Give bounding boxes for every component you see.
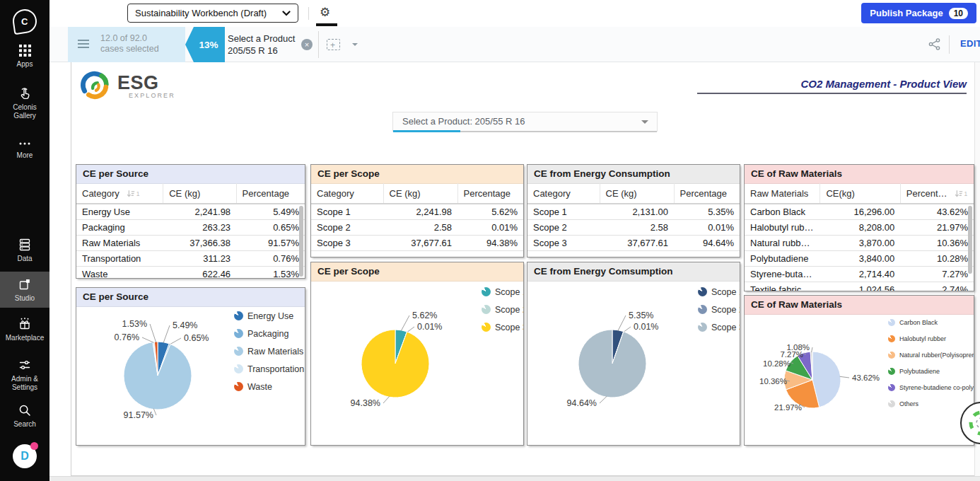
table-row[interactable]: Transportation311.230.76% [76, 251, 305, 267]
selection-percentage-tag[interactable]: 13% [185, 27, 225, 62]
column-header-ce-kg[interactable]: CE(kg) [820, 183, 900, 204]
legend-swatch-icon [888, 352, 895, 359]
legend-item-scope-2[interactable]: Scope 2 [482, 304, 524, 315]
product-select-dropdown[interactable]: Select a Product: 205/55 R 16 [392, 112, 658, 132]
column-header-ce-kg[interactable]: CE (kg) [163, 183, 236, 204]
data-table: CategoryCE (kg)PercentageScope 12,131.00… [527, 183, 740, 251]
chevron-down-icon [641, 120, 648, 127]
column-header-percent[interactable]: Percent…1 [900, 183, 974, 204]
share-icon[interactable] [928, 37, 941, 51]
table-header-row: Category1CE (kg)Percentage [76, 183, 305, 204]
workbench-selector[interactable]: Sustainability Workbench (Draft) [127, 4, 298, 23]
column-header-category[interactable]: Category [527, 183, 600, 204]
legend-item-polybutadiene[interactable]: Polybutadiene [888, 367, 974, 376]
settings-gear-icon[interactable]: ⚙ [320, 4, 330, 22]
table-row[interactable]: Textile fabric1,024.562.74% [745, 282, 974, 292]
table-row[interactable]: Scope 12,241.985.62% [311, 204, 523, 220]
row-value-cell: 311.23 [163, 251, 236, 267]
data-table: Raw MaterialsCE(kg)Percent…1Carbon Black… [745, 183, 974, 291]
table-row[interactable]: Scope 337,677.6194.64% [527, 236, 740, 251]
legend-item-carbon-black[interactable]: Carbon Black [888, 318, 974, 327]
legend-item-natural-rubber-polyisoprene[interactable]: Natural rubber(Polyisoprene) [888, 351, 974, 359]
column-header-ce-kg[interactable]: CE (kg) [383, 183, 457, 204]
table-row[interactable]: Scope 22.580.01% [527, 220, 740, 236]
panel-ce-energy-chart: CE from Energy Comsumption 5.35%0.01%94.… [527, 262, 740, 446]
table-row[interactable]: Scope 337,677.6194.38% [311, 236, 523, 251]
table-row[interactable]: Energy Use2,241.985.49% [76, 204, 305, 220]
table-row[interactable]: Raw Materials37,366.3891.57% [76, 236, 305, 251]
panel-title: CE per Scope [311, 165, 523, 184]
row-value-cell: 2.74% [900, 282, 974, 292]
row-value-cell: 2,714.40 [820, 267, 900, 282]
table-row[interactable]: Scope 12,131.005.35% [527, 204, 740, 220]
legend-item-others[interactable]: Others [888, 400, 974, 408]
pie-percentage-label: 1.08% [786, 343, 810, 352]
legend-item-scope-3[interactable]: Scope 3 [698, 322, 740, 332]
table-row[interactable]: Scope 22.580.01% [311, 220, 523, 236]
column-header-percentage[interactable]: Percentage [236, 183, 305, 204]
sidebar-item-celonis-gallery[interactable]: Celonis Gallery [0, 86, 49, 120]
gallery-hand-icon [18, 86, 32, 100]
table-row[interactable]: Styrene-buta…2,714.407.27% [745, 267, 974, 282]
legend-item-styrene-butadiene-co-polymer[interactable]: Styrene-butadiene co-polymer [888, 383, 974, 392]
sidebar-item-admin-settings[interactable]: Admin & Settings [0, 358, 49, 392]
table-row[interactable]: Polybutadiene3,840.0010.28% [745, 251, 974, 267]
legend-label: Raw Materials [247, 347, 303, 357]
legend-swatch-icon [482, 287, 491, 296]
sidebar-item-data[interactable]: Data [0, 238, 49, 263]
add-selection-icon[interactable]: + [327, 39, 340, 50]
legend-item-transportation[interactable]: Transportation [234, 364, 304, 374]
sidebar-item-studio[interactable]: Studio [0, 272, 49, 308]
row-value-cell: 1.53% [236, 267, 305, 279]
sidebar-item-search[interactable]: Search [0, 403, 49, 429]
row-category-cell: Scope 1 [527, 204, 600, 220]
publish-package-button[interactable]: Publish Package 10 [861, 3, 976, 23]
table-scrollbar-thumb[interactable] [299, 206, 303, 277]
pie-slice-scope-3[interactable] [578, 330, 646, 398]
legend-label: Scope 1 [495, 287, 524, 297]
row-category-cell: Scope 3 [527, 236, 600, 251]
menu-hamburger-icon[interactable] [78, 40, 89, 50]
legend-item-scope-2[interactable]: Scope 2 [698, 304, 740, 315]
table-scrollbar-thumb[interactable] [968, 206, 972, 274]
legend-item-packaging[interactable]: Packaging [234, 328, 304, 339]
legend-item-raw-materials[interactable]: Raw Materials [234, 346, 304, 357]
product-filter-chip[interactable]: Select a Product 205/55 R 16 [228, 33, 295, 57]
legend-item-halobutyl-rubber[interactable]: Halobutyl rubber [888, 335, 974, 343]
legend-swatch-icon [234, 311, 243, 320]
column-header-percentage[interactable]: Percentage [674, 183, 740, 204]
column-header-percentage[interactable]: Percentage [457, 183, 523, 204]
table-row[interactable]: Packaging263.230.65% [76, 220, 305, 236]
column-header-category[interactable]: Category1 [76, 183, 163, 204]
row-value-cell: 5.35% [674, 204, 740, 220]
legend-item-scope-1[interactable]: Scope 1 [698, 286, 740, 297]
selection-dropdown-icon[interactable] [352, 43, 358, 49]
edit-button[interactable]: EDIT [960, 38, 980, 49]
sidebar-item-marketplace[interactable]: Marketplace [0, 317, 49, 342]
legend-item-scope-1[interactable]: Scope 1 [482, 286, 524, 297]
column-header-ce-kg[interactable]: CE (kg) [600, 183, 674, 204]
sidebar-item-more[interactable]: More [0, 139, 49, 160]
sidebar-item-apps[interactable]: Apps [0, 44, 49, 69]
remove-filter-icon[interactable]: × [301, 39, 313, 50]
legend-item-waste[interactable]: Waste [234, 381, 304, 392]
data-table: Category1CE (kg)PercentageEnergy Use2,24… [76, 183, 305, 279]
pie-percentage-label: 91.57% [124, 410, 153, 420]
pie-label-leader [600, 396, 607, 403]
legend-label: Waste [247, 382, 272, 392]
celonis-logo-icon[interactable]: C [0, 6, 49, 37]
table-row[interactable]: Natural rubbe…3,870.0010.36% [745, 236, 974, 251]
panel-title: CE per Scope [311, 262, 523, 282]
pie-slice-scope-3[interactable] [361, 330, 429, 398]
column-header-raw-materials[interactable]: Raw Materials [745, 183, 820, 204]
user-avatar[interactable]: D [13, 444, 37, 468]
table-row[interactable]: Halobutyl rub…8,208.0021.97% [745, 220, 974, 236]
pie-percentage-label: 43.62% [852, 373, 880, 382]
column-header-category[interactable]: Category [311, 183, 383, 204]
table-row[interactable]: Carbon Black16,296.0043.62% [745, 204, 974, 220]
horizontal-scrollbar[interactable] [49, 476, 980, 481]
pie-label-leader [163, 325, 170, 343]
table-row[interactable]: Waste622.461.53% [76, 267, 305, 279]
legend-item-scope-3[interactable]: Scope 3 [482, 322, 524, 332]
legend-item-energy-use[interactable]: Energy Use [234, 311, 304, 321]
